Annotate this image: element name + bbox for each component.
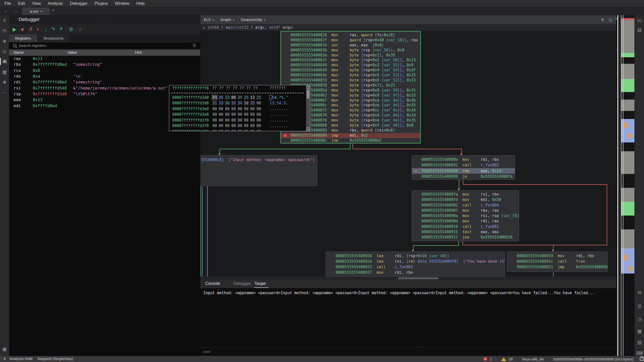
tab-a-out[interactable]: a.out ●	[22, 8, 49, 15]
basic-block-0926[interactable]: 0000555555400926 lea rdi, [rsp+0x10 {var…	[326, 252, 505, 277]
basic-block-input-method[interactable]: 5554009c8] {"Input method: <appname> <pa…	[200, 155, 317, 186]
register-row-rax[interactable]: rax0x13	[9, 56, 200, 62]
disasm-row[interactable]: 000055555540091c call free	[507, 259, 607, 264]
disasm-row[interactable]: 000055555540090d mov rdi, rax	[412, 219, 519, 224]
disasm-row[interactable]: 000055555540083f mov byte [rsp+0x2 {var_…	[281, 58, 420, 63]
disasm-row[interactable]: 5554009c8] {"Input method: <appname> <pa…	[200, 157, 317, 163]
hex-row[interactable]: 00007fffffffd4000000000000000000........	[169, 129, 310, 132]
disasm-row[interactable]: 000055555540090a mov rsi, rsp {var_58}	[412, 213, 519, 219]
tab-console[interactable]: Console	[205, 281, 220, 286]
step-over-icon[interactable]: ↷	[51, 26, 55, 32]
graph-vertical-scrollbar[interactable]	[616, 15, 621, 356]
console-input-divider[interactable]: ······	[200, 347, 616, 348]
stack-layers-icon[interactable]: ▤	[635, 27, 644, 33]
disasm-row[interactable]: 00005555554008fd mov edi, 0x50	[412, 197, 519, 202]
minimap-icon[interactable]: ▦	[635, 328, 644, 334]
disasm-row[interactable]: 0000555555400907 mov rbx, rax	[412, 208, 519, 213]
basic-block-08fa[interactable]: 00005555554008fa mov rsi, rbx00005555554…	[412, 190, 519, 241]
disasm-row[interactable]: 000055555540084e mov byte [rsp+0x5 {var_…	[281, 73, 420, 78]
basic-block-088e[interactable]: 000055555540088e mov rdi, rbx00005555554…	[412, 155, 515, 180]
tags-icon[interactable]: ◈	[0, 36, 9, 46]
disasm-row[interactable]: 0000555555400910 call c_fun001	[412, 224, 519, 229]
disasm-row[interactable]: 0000555555400891 call c_fun003	[412, 162, 515, 168]
menu-item-view[interactable]: View	[28, 1, 44, 6]
menu-item-file[interactable]: File	[1, 1, 15, 6]
splitter-dots[interactable]: ······	[413, 277, 421, 280]
scroll-handle[interactable]	[307, 90, 309, 99]
disasm-row[interactable]: 0000555555400834 xor eax, eax {0x0}	[281, 43, 420, 48]
disasm-row[interactable]: 000055555540088e mov rdi, rbx	[412, 157, 515, 162]
view-menu-disassembly[interactable]: Disassembly ▾	[241, 17, 266, 22]
register-row-rdx[interactable]: rdx0xa'\n'	[9, 73, 200, 79]
disasm-row[interactable]: 0000555555400826 mov rax, qword [fs:0x28…	[281, 33, 420, 38]
types-icon[interactable]: {T}	[0, 25, 9, 36]
view-menu-graph[interactable]: Graph ▾	[220, 17, 234, 22]
register-row-rdi[interactable]: rdi0x7fffffffd8ed"somestring"	[9, 79, 200, 85]
comments-icon[interactable]: ✉	[635, 290, 644, 295]
menu-item-analysis[interactable]: Analysis	[44, 1, 67, 6]
disasm-row[interactable]: 0000555555400836 mov byte [rsp {var_58}]…	[281, 48, 420, 53]
disasm-row[interactable]: 0000555555400915 test eax, eax	[412, 229, 519, 235]
hex-row[interactable]: 00007fffffffd3d831333b35341d350013;54.5.	[169, 100, 310, 106]
tab-registers[interactable]: Registers	[9, 34, 37, 42]
disasm-row[interactable]: 0000555555400849 mov byte [rsp+0x4 {var_…	[281, 68, 420, 73]
disasm-row[interactable]: 000055555540083a mov byte [rsp+0x1], 0x3…	[281, 53, 420, 58]
reanalyze-icon[interactable]: ↻	[203, 25, 205, 29]
nav-forward-button[interactable]: →	[13, 8, 18, 13]
memory-icon[interactable]: ▦	[0, 67, 9, 77]
attach-icon[interactable]: ➤	[19, 26, 26, 33]
split-view-icon[interactable]: ◫	[609, 17, 613, 22]
disasm-row[interactable]: 0000555555400899 je 0x5555554008fa	[412, 174, 515, 179]
disasm-row[interactable]: 0000555555400921 jmp 0x55555540089b	[507, 264, 607, 270]
disasm-row[interactable]: 0000555555400937 mov rdi, rbx	[326, 270, 505, 275]
disasm-row[interactable]: 0000555555400926 lea rdi, [rsp+0x10 {var…	[326, 253, 505, 259]
menu-item-help[interactable]: Help	[133, 1, 148, 6]
disasm-row[interactable]: 0000555555400917 jne 0x555555400926	[412, 235, 519, 240]
function-signature-icon[interactable]: (x)	[635, 18, 644, 22]
disasm-row[interactable]: 0000555555400889 cmp edi, 0x2	[281, 133, 420, 138]
tab-breakpoints[interactable]: Breakpoints	[38, 34, 70, 42]
segments-icon[interactable]: ▤	[635, 340, 644, 345]
scrollbar-handle[interactable]	[617, 15, 618, 356]
view-options-menu-icon[interactable]: ≡	[615, 16, 618, 21]
filter-list-icon[interactable]: ☰	[193, 43, 196, 48]
warning-count[interactable]: 28	[508, 357, 513, 361]
view-menu-elf[interactable]: ELF ▾	[204, 17, 214, 22]
disassembly-graph[interactable]: 0000555555400826 mov rax, qword [fs:0x28…	[200, 31, 616, 277]
register-row-rbx[interactable]: rbx0x7fffffffd8ed"somestring"	[9, 62, 200, 67]
terminal-icon[interactable]: ⌨	[635, 350, 644, 356]
disasm-row[interactable]: 000055555540082f mov qword [rsp+0x48 {va…	[281, 38, 420, 43]
tab-target[interactable]: Target	[254, 281, 266, 286]
link-icon[interactable]: ⊕	[601, 17, 604, 22]
history-icon[interactable]: ◷	[635, 316, 644, 322]
disasm-row[interactable]: 0000555555400919 mov rdi, rbx	[507, 253, 607, 259]
resume-icon[interactable]: ▶	[13, 26, 16, 32]
disasm-row[interactable]: 000055555540088c jne 0x5555554008e2	[281, 138, 420, 143]
menu-item-window[interactable]: Window	[111, 1, 133, 6]
debugger-icon[interactable]: Ӝ	[0, 56, 9, 67]
basic-block-0919[interactable]: 0000555555400919 mov rdi, rbx00005555554…	[507, 252, 608, 272]
nav-back-button[interactable]: ←	[4, 8, 8, 13]
hex-row[interactable]: 00007fffffffd3f80000000000000000........	[169, 123, 310, 129]
scroll-down-icon[interactable]: ▼	[306, 127, 310, 131]
hex-row[interactable]: 00007fffffffd3f00000000000000000........	[169, 117, 310, 123]
graph-horizontal-scrollbar[interactable]: ······	[200, 277, 616, 280]
error-count[interactable]: 2	[490, 357, 492, 361]
record-icon[interactable]: ○	[79, 26, 82, 32]
step-return-icon[interactable]: ↱	[59, 26, 63, 32]
scroll-up-icon[interactable]: ▲	[306, 85, 310, 89]
console-panel-icon[interactable]: ▣	[2, 346, 7, 352]
warning-icon[interactable]	[501, 357, 506, 361]
tab-debugger[interactable]: Debugger	[233, 281, 251, 286]
disasm-row[interactable]: 0000555555400844 mov byte [rsp+0x3 {var_…	[281, 63, 420, 68]
new-tab-button[interactable]: +	[52, 8, 55, 13]
menu-item-edit[interactable]: Edit	[15, 1, 29, 6]
menu-item-plugins[interactable]: Plugins	[91, 1, 111, 6]
breakpoint-icon[interactable]	[283, 134, 287, 137]
drag-handle-dots[interactable]: ······	[103, 18, 111, 21]
function-signature-row[interactable]: ↻ int64_t main(int32_t argc, void* argv)	[200, 24, 616, 31]
analysis-close-icon[interactable]: ×	[4, 356, 6, 361]
error-badge-icon[interactable]: ×	[483, 357, 487, 361]
disasm-row[interactable]: 000055555540092b lea rsi, [rel data_5555…	[326, 259, 505, 264]
disasm-row[interactable]: 0000555555400932 call c_fun002	[326, 264, 505, 270]
